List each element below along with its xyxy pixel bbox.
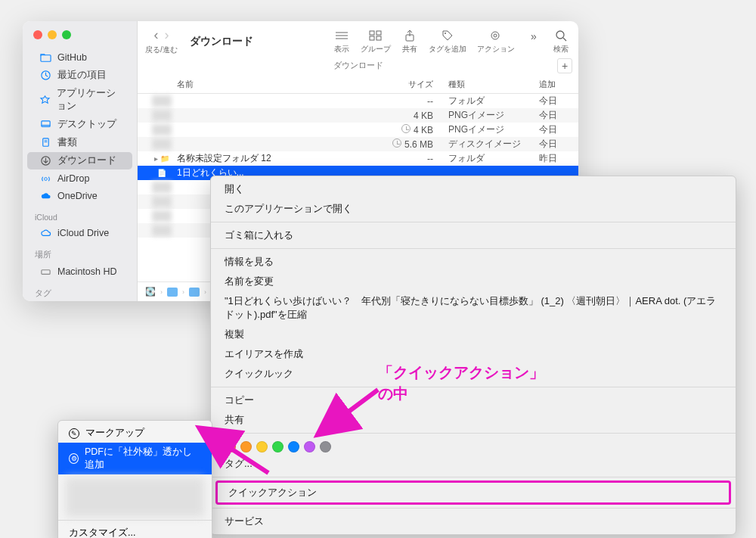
ctx-quick-actions[interactable]: クイックアクション xyxy=(215,480,731,505)
view-button[interactable]: 表示 xyxy=(333,29,350,54)
col-kind[interactable]: 種類 xyxy=(448,79,539,90)
action-button[interactable]: アクション xyxy=(477,29,515,54)
close-button[interactable] xyxy=(33,30,42,39)
ctx-share[interactable]: 共有 xyxy=(211,410,736,430)
folder-icon xyxy=(39,51,51,64)
ctx-duplicate[interactable]: 複製 xyxy=(211,325,736,344)
gear-icon xyxy=(488,29,504,42)
forward-icon[interactable]: › xyxy=(164,27,169,43)
tag-color-dot[interactable] xyxy=(304,441,315,452)
svg-point-8 xyxy=(44,177,47,180)
separator xyxy=(211,477,736,477)
automator-icon: ⚙ xyxy=(69,453,79,464)
svg-rect-16 xyxy=(376,36,381,40)
search-icon xyxy=(553,29,569,42)
sidebar-section-icloud: iCloud xyxy=(23,205,137,224)
search-button[interactable]: 検索 xyxy=(553,29,569,54)
ctx-info[interactable]: 情報を見る xyxy=(211,252,736,272)
ctx-open[interactable]: 開く xyxy=(211,179,736,199)
file-row[interactable]: 4 KBPNGイメージ今日 xyxy=(138,108,578,123)
sidebar-item-icloud-drive[interactable]: iCloud Drive xyxy=(27,225,132,241)
group-button[interactable]: グループ xyxy=(361,29,391,54)
file-row[interactable]: 4 KBPNGイメージ今日 xyxy=(138,123,578,137)
desktop-icon xyxy=(39,119,51,131)
separator xyxy=(211,508,736,508)
pending-icon xyxy=(401,124,411,133)
ctx-services[interactable]: サービス xyxy=(211,512,736,531)
separator xyxy=(58,520,212,521)
file-row[interactable]: 5.6 MBディスクイメージ今日 xyxy=(138,137,578,151)
sidebar-label: AirDrop xyxy=(57,173,89,184)
grid-icon xyxy=(367,29,384,42)
share-button[interactable]: 共有 xyxy=(401,29,418,54)
add-tab-button[interactable]: + xyxy=(557,58,572,73)
sidebar-item-onedrive[interactable]: OneDrive xyxy=(27,188,132,204)
folder-icon xyxy=(167,288,178,297)
tag-color-dot[interactable] xyxy=(320,441,331,452)
svg-rect-2 xyxy=(41,121,49,127)
svg-rect-15 xyxy=(370,36,374,40)
markup-icon: ✎ xyxy=(69,428,79,439)
disk-icon: 💽 xyxy=(145,287,156,297)
tag-color-dot[interactable] xyxy=(288,441,299,452)
sidebar-item-airdrop[interactable]: AirDrop xyxy=(27,170,132,187)
col-size[interactable]: サイズ xyxy=(388,79,448,90)
sidebar-label: デスクトップ xyxy=(57,118,116,131)
submenu-customize[interactable]: カスタマイズ... xyxy=(58,524,212,538)
airdrop-icon xyxy=(39,173,51,185)
ctx-tag-colors[interactable] xyxy=(211,437,736,454)
separator xyxy=(211,433,736,434)
sidebar: GitHub 最近の項目 アプリケーション デスクトップ 書類 ダウンロード A… xyxy=(23,21,138,301)
annotation-text: 「クイックアクション」 の中 xyxy=(378,362,544,404)
minimize-button[interactable] xyxy=(48,30,57,39)
separator xyxy=(211,222,736,222)
zoom-button[interactable] xyxy=(62,30,71,39)
file-row[interactable]: ▸ 📁名称未設定フォルダ 12--フォルダ昨日 xyxy=(138,151,578,166)
folder-icon xyxy=(189,288,200,297)
file-row[interactable]: --フォルダ今日 xyxy=(138,94,578,108)
ctx-open-with[interactable]: このアプリケーションで開く xyxy=(211,199,736,219)
col-date[interactable]: 追加 xyxy=(539,79,569,90)
ctx-rename[interactable]: 名前を変更 xyxy=(211,272,736,291)
sidebar-item-github[interactable]: GitHub xyxy=(27,49,132,66)
sidebar-item-downloads[interactable]: ダウンロード xyxy=(27,152,132,169)
sidebar-item-desktop[interactable]: デスクトップ xyxy=(27,116,132,133)
sidebar-item-apps[interactable]: アプリケーション xyxy=(27,85,132,115)
nav-buttons[interactable]: ‹› 戻る/進む xyxy=(145,27,178,55)
more-button[interactable]: » xyxy=(525,30,542,54)
svg-rect-9 xyxy=(41,269,49,274)
window-controls[interactable] xyxy=(23,29,137,48)
quick-actions-submenu: ✎マークアップ ⚙PDFに「社外秘」透かし追加 カスタマイズ... xyxy=(57,420,212,538)
separator xyxy=(211,248,736,249)
tag-color-dot[interactable] xyxy=(272,441,284,452)
share-icon xyxy=(401,29,418,42)
tags-button[interactable]: タグを追加 xyxy=(429,29,466,54)
submenu-markup[interactable]: ✎マークアップ xyxy=(58,424,212,443)
back-icon[interactable]: ‹ xyxy=(153,27,158,43)
sidebar-item-recent[interactable]: 最近の項目 xyxy=(27,67,132,84)
annotation-arrow xyxy=(336,386,382,427)
sidebar-label: iCloud Drive xyxy=(57,228,109,238)
disk-icon xyxy=(39,266,51,278)
sidebar-item-macintosh-hd[interactable]: Macintosh HD xyxy=(27,263,132,280)
blurred-items xyxy=(66,477,204,517)
clock-icon xyxy=(39,70,51,82)
svg-line-24 xyxy=(225,445,268,473)
sidebar-label: 最近の項目 xyxy=(57,69,107,82)
tab-title[interactable]: ダウンロード xyxy=(333,61,383,70)
cloud-icon xyxy=(39,190,51,202)
sidebar-label: GitHub xyxy=(57,52,87,63)
col-name[interactable]: 名前 xyxy=(147,79,388,90)
ctx-tags[interactable]: タグ... xyxy=(211,454,736,474)
pending-icon xyxy=(392,138,401,148)
submenu-watermark[interactable]: ⚙PDFに「社外秘」透かし追加 xyxy=(58,443,212,474)
sidebar-label: ダウンロード xyxy=(57,154,116,167)
ctx-trash[interactable]: ゴミ箱に入れる xyxy=(211,225,736,245)
svg-line-22 xyxy=(563,38,566,41)
column-headers[interactable]: 名前 サイズ 種類 追加 xyxy=(138,76,578,94)
svg-rect-0 xyxy=(40,54,50,61)
sidebar-item-documents[interactable]: 書類 xyxy=(27,134,132,151)
documents-icon xyxy=(39,137,51,149)
ctx-compress[interactable]: "1日どれくらい歩けばいい？ 年代別「寝たきりにならない目標歩数」 (1_2) … xyxy=(211,291,736,325)
svg-point-21 xyxy=(556,31,564,39)
